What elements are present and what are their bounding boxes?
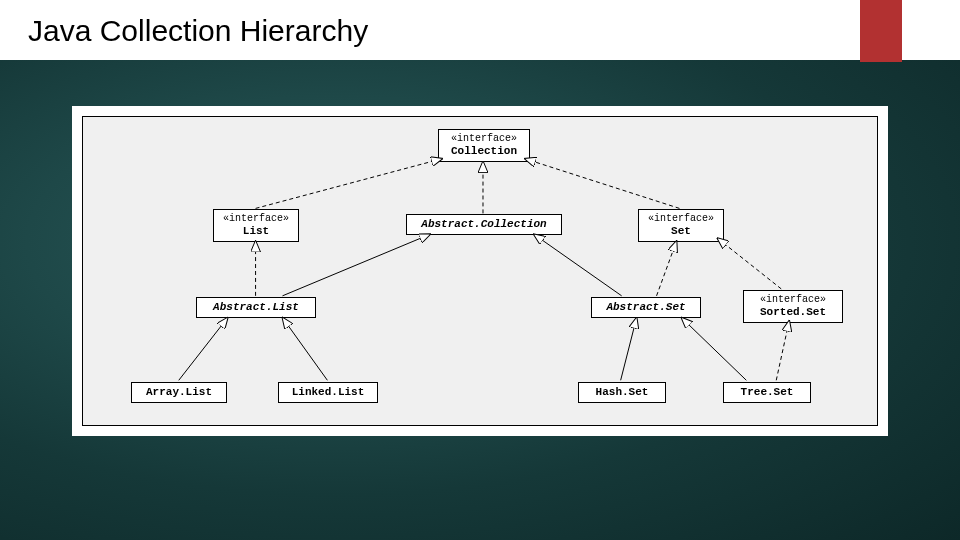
class-name: Linked.List [287,386,369,399]
stereotype: «interface» [752,294,834,306]
svg-line-12 [776,321,789,381]
class-name: Abstract.List [205,301,307,314]
class-name: Collection [447,145,521,158]
node-sorted-set: «interface» Sorted.Set [743,290,843,323]
node-linked-list: Linked.List [278,382,378,403]
page-title: Java Collection Hierarchy [28,14,932,48]
node-abstract-collection: Abstract.Collection [406,214,562,235]
node-set: «interface» Set [638,209,724,242]
class-name: Sorted.Set [752,306,834,319]
node-abstract-set: Abstract.Set [591,297,701,318]
node-list: «interface» List [213,209,299,242]
svg-line-5 [534,234,622,296]
node-hash-set: Hash.Set [578,382,666,403]
node-array-list: Array.List [131,382,227,403]
title-bar: Java Collection Hierarchy [0,0,960,60]
stereotype: «interface» [447,133,521,145]
node-tree-set: Tree.Set [723,382,811,403]
svg-line-4 [282,234,430,296]
accent-tab [860,0,902,62]
node-abstract-list: Abstract.List [196,297,316,318]
svg-line-2 [525,159,680,209]
class-name: Set [647,225,715,238]
class-name: Abstract.Collection [415,218,553,231]
class-name: Tree.Set [732,386,802,399]
svg-line-9 [282,318,327,381]
svg-line-8 [179,318,228,381]
node-collection: «interface» Collection [438,129,530,162]
svg-line-6 [657,241,677,296]
class-name: List [222,225,290,238]
connectors [83,117,877,425]
diagram-container: «interface» Collection «interface» List … [72,106,888,436]
svg-line-11 [681,318,746,381]
class-name: Hash.Set [587,386,657,399]
svg-line-7 [717,238,781,289]
class-name: Array.List [140,386,218,399]
stereotype: «interface» [222,213,290,225]
svg-line-10 [621,318,637,381]
svg-line-0 [256,159,443,209]
class-name: Abstract.Set [600,301,692,314]
stereotype: «interface» [647,213,715,225]
uml-diagram: «interface» Collection «interface» List … [82,116,878,426]
